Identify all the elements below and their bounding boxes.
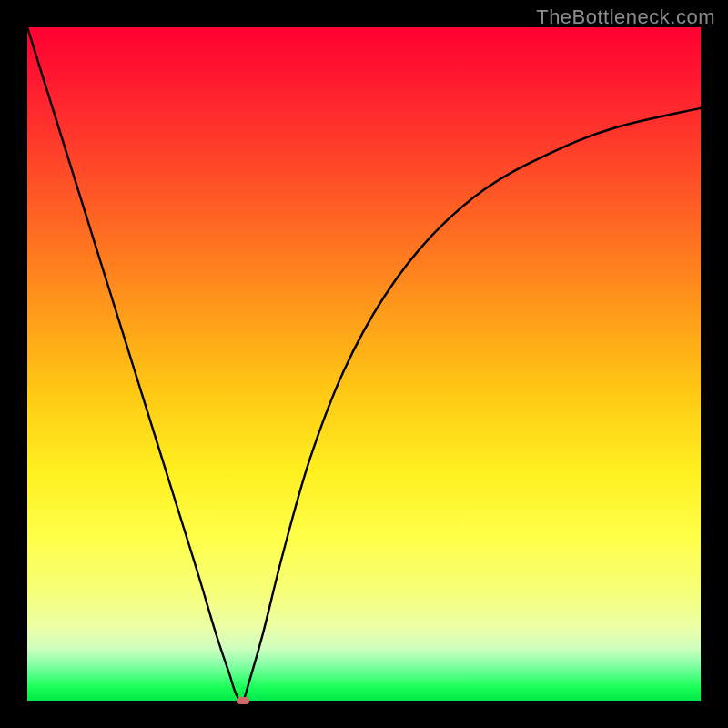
bottleneck-curve xyxy=(27,27,701,701)
chart-frame: TheBottleneck.com xyxy=(0,0,728,728)
plot-area xyxy=(27,27,701,701)
watermark-text: TheBottleneck.com xyxy=(536,5,715,29)
minimum-marker xyxy=(237,697,249,704)
